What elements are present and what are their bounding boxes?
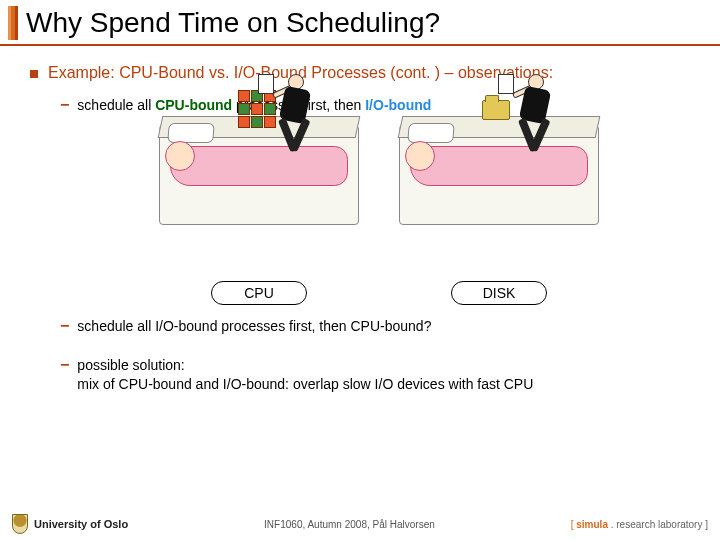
sub-bullet-3: − possible solution: mix of CPU-bound an… <box>60 356 698 394</box>
sub-bullet-2: − schedule all I/O-bound processes first… <box>60 317 698 336</box>
footer-simula: [ simula . research laboratory ] <box>571 519 708 530</box>
sub-bullets: − schedule all CPU-bound processes first… <box>60 96 698 394</box>
bed-icon <box>399 125 599 225</box>
disk-caption: DISK <box>451 281 547 305</box>
university-name: University of Oslo <box>34 518 128 530</box>
running-person-icon <box>268 74 328 164</box>
dash-icon: − <box>60 96 69 114</box>
title-accent-stripe <box>8 6 18 40</box>
dash-icon: − <box>60 356 69 374</box>
slide-title: Why Spend Time on Scheduling? <box>26 7 440 39</box>
dash-icon: − <box>60 317 69 335</box>
sub-bullet-2-text: schedule all I/O-bound processes first, … <box>77 317 431 336</box>
folder-icon <box>482 100 510 120</box>
bullet-square-icon <box>30 70 38 78</box>
sub-bullet-1: − schedule all CPU-bound processes first… <box>60 96 698 115</box>
sub1-pre: schedule all <box>77 97 155 113</box>
footer-university: University of Oslo <box>12 514 128 534</box>
sub3-line2: mix of CPU-bound and I/O-bound: overlap … <box>77 376 533 392</box>
cpu-bound-term: CPU-bound <box>155 97 232 113</box>
io-bound-term: I/O-bound <box>365 97 431 113</box>
slide-body: Example: CPU-Bound vs. I/O-Bound Process… <box>0 46 720 394</box>
disk-illustration: DISK <box>399 125 599 305</box>
slide-footer: University of Oslo INF1060, Autumn 2008,… <box>0 514 720 534</box>
bullet-example: Example: CPU-Bound vs. I/O-Bound Process… <box>30 64 698 82</box>
sub-bullet-3-text: possible solution: mix of CPU-bound and … <box>77 356 533 394</box>
university-crest-icon <box>12 514 28 534</box>
cpu-illustration: CPU <box>159 125 359 305</box>
footer-course-info: INF1060, Autumn 2008, Pål Halvorsen <box>264 519 435 530</box>
sub3-line1: possible solution: <box>77 357 184 373</box>
cpu-caption: CPU <box>211 281 307 305</box>
slide-title-bar: Why Spend Time on Scheduling? <box>0 0 720 46</box>
simula-rest: . research laboratory ] <box>608 519 708 530</box>
simula-name: simula <box>576 519 608 530</box>
running-person-icon <box>508 74 568 164</box>
illustration-row: CPU DISK <box>60 125 698 305</box>
bed-icon <box>159 125 359 225</box>
